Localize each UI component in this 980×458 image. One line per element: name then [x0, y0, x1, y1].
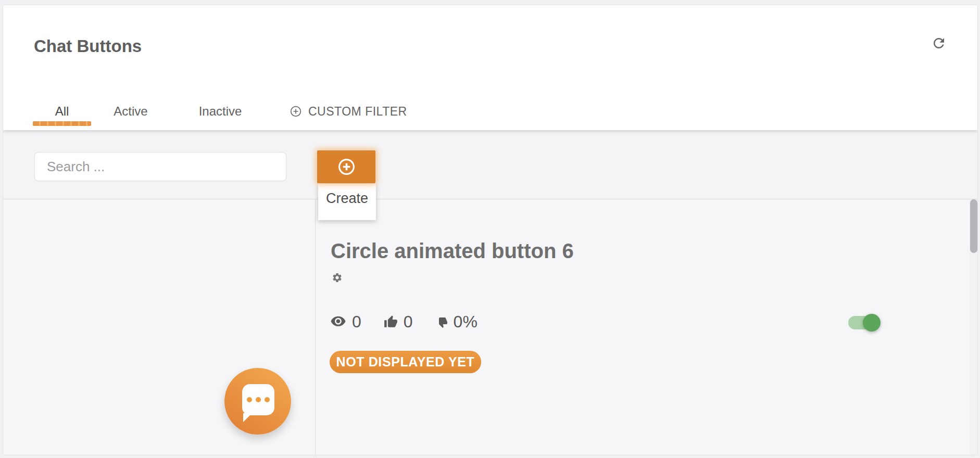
- status-badge: NOT DISPLAYED YET: [330, 351, 481, 373]
- chat-button-name: Circle animated button 6: [331, 239, 574, 263]
- ctr-stat: 0%: [435, 312, 478, 332]
- bubble-dot: [247, 397, 252, 402]
- tab-all[interactable]: All: [33, 102, 91, 121]
- gear-icon: [332, 272, 343, 283]
- refresh-icon: [931, 35, 947, 51]
- tab-active[interactable]: Active: [102, 102, 160, 121]
- plus-circle-icon: [337, 157, 356, 176]
- active-tab-underline: [33, 121, 91, 126]
- plus-circle-icon: [290, 105, 302, 118]
- views-stat: 0: [330, 312, 361, 332]
- refresh-button[interactable]: [929, 34, 948, 53]
- chat-bubble-icon: [242, 384, 274, 415]
- search-input[interactable]: [34, 152, 286, 181]
- tab-inactive[interactable]: Inactive: [191, 102, 249, 121]
- header: Chat Buttons All Active Inactive CUSTOM …: [3, 5, 977, 130]
- scrollbar-thumb[interactable]: [970, 199, 977, 253]
- create-tooltip[interactable]: Create: [318, 184, 376, 220]
- page-title: Chat Buttons: [34, 36, 142, 56]
- likes-stat: 0: [384, 312, 413, 332]
- ctr-value: 0%: [454, 312, 478, 332]
- chat-button-preview[interactable]: [224, 368, 291, 435]
- settings-button[interactable]: [330, 272, 344, 285]
- custom-filter-label: CUSTOM FILTER: [308, 105, 407, 119]
- chat-buttons-card: Chat Buttons All Active Inactive CUSTOM …: [3, 5, 978, 455]
- thumb-up-icon: [384, 315, 398, 329]
- likes-count: 0: [404, 312, 413, 332]
- bubble-dot: [265, 397, 270, 402]
- custom-filter-button[interactable]: CUSTOM FILTER: [290, 102, 407, 121]
- create-button[interactable]: [317, 150, 375, 183]
- stats-row: 0 0 0%: [330, 312, 500, 332]
- toggle-knob: [863, 314, 881, 332]
- views-count: 0: [352, 312, 361, 332]
- bubble-dot: [256, 397, 261, 402]
- eye-icon: [330, 316, 346, 328]
- click-through-icon: [435, 316, 448, 328]
- enabled-toggle[interactable]: [848, 316, 879, 329]
